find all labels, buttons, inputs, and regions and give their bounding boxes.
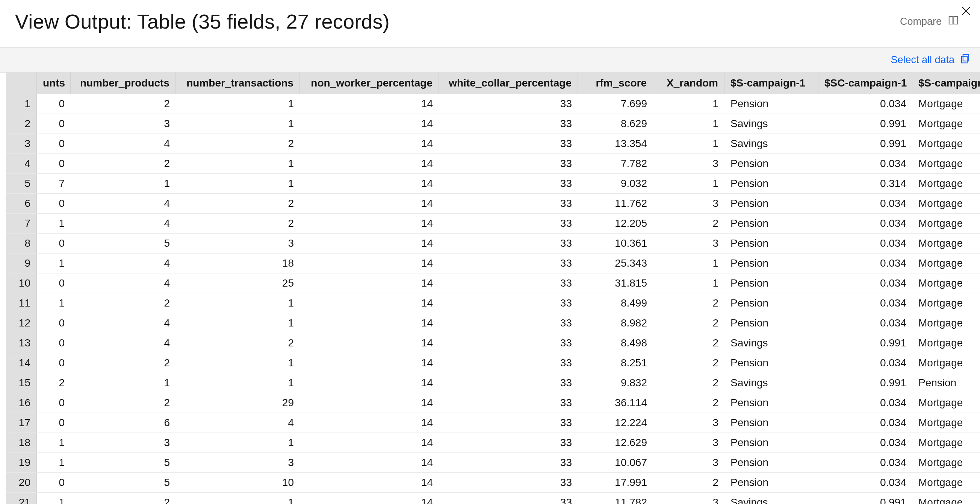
row-number-cell[interactable]: 18 (6, 432, 37, 453)
cell-accounts[interactable]: 1 (37, 453, 71, 472)
cell-white_collar_percentage[interactable]: 33 (439, 233, 578, 253)
cell-rfm_score[interactable]: 31.815 (578, 273, 653, 293)
cell-accounts[interactable]: 0 (37, 233, 71, 253)
cell-non_worker_percentage[interactable]: 14 (300, 373, 439, 393)
cell-non_worker_percentage[interactable]: 14 (300, 413, 439, 432)
cell-sc_campaign_1[interactable]: 0.991 (818, 134, 912, 153)
cell-rfm_score[interactable]: 8.498 (578, 333, 653, 353)
cell-number_transactions[interactable]: 2 (176, 193, 300, 213)
cell-number_products[interactable]: 2 (71, 353, 176, 373)
cell-s_campaign_2[interactable]: Mortgage (912, 432, 980, 453)
cell-X_random[interactable]: 3 (653, 432, 724, 453)
cell-s_campaign_2[interactable]: Mortgage (912, 492, 980, 504)
table-row[interactable]: 203114338.6291Savings0.991Mortgage0.919 (6, 113, 980, 134)
cell-number_transactions[interactable]: 1 (176, 353, 300, 373)
cell-non_worker_percentage[interactable]: 14 (300, 213, 439, 233)
cell-X_random[interactable]: 1 (653, 134, 724, 153)
cell-s_campaign_1[interactable]: Pension (724, 432, 818, 453)
cell-s_campaign_2[interactable]: Mortgage (912, 153, 980, 173)
cell-rfm_score[interactable]: 8.982 (578, 313, 653, 333)
cell-s_campaign_1[interactable]: Pension (724, 273, 818, 293)
cell-non_worker_percentage[interactable]: 14 (300, 153, 439, 173)
cell-number_transactions[interactable]: 1 (176, 432, 300, 453)
cell-s_campaign_2[interactable]: Mortgage (912, 134, 980, 153)
cell-non_worker_percentage[interactable]: 14 (300, 134, 439, 153)
cell-rfm_score[interactable]: 10.361 (578, 233, 653, 253)
cell-number_products[interactable]: 4 (71, 333, 176, 353)
cell-s_campaign_1[interactable]: Pension (724, 293, 818, 313)
cell-X_random[interactable]: 3 (653, 193, 724, 213)
table-row[interactable]: 3042143313.3541Savings0.991Mortgage0.374 (6, 134, 980, 153)
cell-s_campaign_2[interactable]: Mortgage (912, 173, 980, 193)
cell-number_products[interactable]: 5 (71, 453, 176, 472)
cell-white_collar_percentage[interactable]: 33 (439, 453, 578, 472)
cell-s_campaign_1[interactable]: Pension (724, 94, 818, 113)
cell-number_transactions[interactable]: 1 (176, 293, 300, 313)
cell-s_campaign_1[interactable]: Pension (724, 213, 818, 233)
table-row[interactable]: 7142143312.2052Pension0.034Mortgage0.027 (6, 213, 980, 233)
cell-sc_campaign_1[interactable]: 0.034 (818, 253, 912, 273)
row-number-cell[interactable]: 5 (6, 173, 37, 193)
cell-white_collar_percentage[interactable]: 33 (439, 293, 578, 313)
cell-number_products[interactable]: 1 (71, 173, 176, 193)
cell-X_random[interactable]: 1 (653, 253, 724, 273)
cell-X_random[interactable]: 1 (653, 173, 724, 193)
cell-number_products[interactable]: 5 (71, 233, 176, 253)
cell-s_campaign_2[interactable]: Pension (912, 373, 980, 393)
cell-X_random[interactable]: 3 (653, 233, 724, 253)
cell-number_products[interactable]: 4 (71, 253, 176, 273)
cell-rfm_score[interactable]: 11.782 (578, 492, 653, 504)
cell-X_random[interactable]: 2 (653, 313, 724, 333)
table-row[interactable]: 1304214338.4982Savings0.991Mortgage0.942 (6, 333, 980, 353)
cell-white_collar_percentage[interactable]: 33 (439, 353, 578, 373)
row-number-cell[interactable]: 13 (6, 333, 37, 353)
cell-non_worker_percentage[interactable]: 14 (300, 273, 439, 293)
table-row[interactable]: 17064143312.2243Pension0.034Mortgage0.02… (6, 413, 980, 432)
table-row[interactable]: 100425143331.8151Pension0.034Mortgage0.0… (6, 273, 980, 293)
cell-non_worker_percentage[interactable]: 14 (300, 472, 439, 492)
col-header-rfm-score[interactable]: rfm_score (578, 73, 653, 94)
cell-X_random[interactable]: 3 (653, 153, 724, 173)
table-row[interactable]: 21121143311.7823Savings0.991Mortgage0.43… (6, 492, 980, 504)
cell-non_worker_percentage[interactable]: 14 (300, 353, 439, 373)
cell-number_transactions[interactable]: 29 (176, 393, 300, 413)
row-number-cell[interactable]: 12 (6, 313, 37, 333)
cell-non_worker_percentage[interactable]: 14 (300, 492, 439, 504)
cell-sc_campaign_1[interactable]: 0.034 (818, 233, 912, 253)
cell-accounts[interactable]: 2 (37, 373, 71, 393)
cell-white_collar_percentage[interactable]: 33 (439, 173, 578, 193)
cell-number_products[interactable]: 2 (71, 153, 176, 173)
table-row[interactable]: 1521114339.8322Savings0.991Pension0.966 (6, 373, 980, 393)
cell-s_campaign_1[interactable]: Pension (724, 173, 818, 193)
cell-rfm_score[interactable]: 36.114 (578, 393, 653, 413)
cell-accounts[interactable]: 0 (37, 193, 71, 213)
col-header-s-campaign-2[interactable]: $S-campaign-2 (912, 73, 980, 94)
cell-accounts[interactable]: 1 (37, 432, 71, 453)
cell-rfm_score[interactable]: 7.699 (578, 94, 653, 113)
cell-rfm_score[interactable]: 10.067 (578, 453, 653, 472)
row-number-cell[interactable]: 1 (6, 94, 37, 113)
cell-sc_campaign_1[interactable]: 0.991 (818, 373, 912, 393)
cell-non_worker_percentage[interactable]: 14 (300, 113, 439, 134)
cell-non_worker_percentage[interactable]: 14 (300, 173, 439, 193)
table-row[interactable]: 200510143317.9912Pension0.034Mortgage0.0… (6, 472, 980, 492)
cell-white_collar_percentage[interactable]: 33 (439, 472, 578, 492)
cell-number_transactions[interactable]: 2 (176, 333, 300, 353)
cell-X_random[interactable]: 1 (653, 113, 724, 134)
cell-s_campaign_2[interactable]: Mortgage (912, 353, 980, 373)
row-number-cell[interactable]: 20 (6, 472, 37, 492)
data-grid[interactable]: unts number_products number_transactions… (6, 73, 980, 504)
cell-sc_campaign_1[interactable]: 0.991 (818, 113, 912, 134)
cell-s_campaign_2[interactable]: Mortgage (912, 413, 980, 432)
row-number-cell[interactable]: 10 (6, 273, 37, 293)
cell-white_collar_percentage[interactable]: 33 (439, 393, 578, 413)
cell-accounts[interactable]: 7 (37, 173, 71, 193)
cell-accounts[interactable]: 1 (37, 293, 71, 313)
cell-sc_campaign_1[interactable]: 0.034 (818, 313, 912, 333)
table-row[interactable]: 402114337.7823Pension0.034Mortgage0.027 (6, 153, 980, 173)
cell-white_collar_percentage[interactable]: 33 (439, 333, 578, 353)
cell-rfm_score[interactable]: 7.782 (578, 153, 653, 173)
row-number-cell[interactable]: 7 (6, 213, 37, 233)
compare-button[interactable]: Compare (900, 15, 959, 29)
cell-sc_campaign_1[interactable]: 0.034 (818, 453, 912, 472)
